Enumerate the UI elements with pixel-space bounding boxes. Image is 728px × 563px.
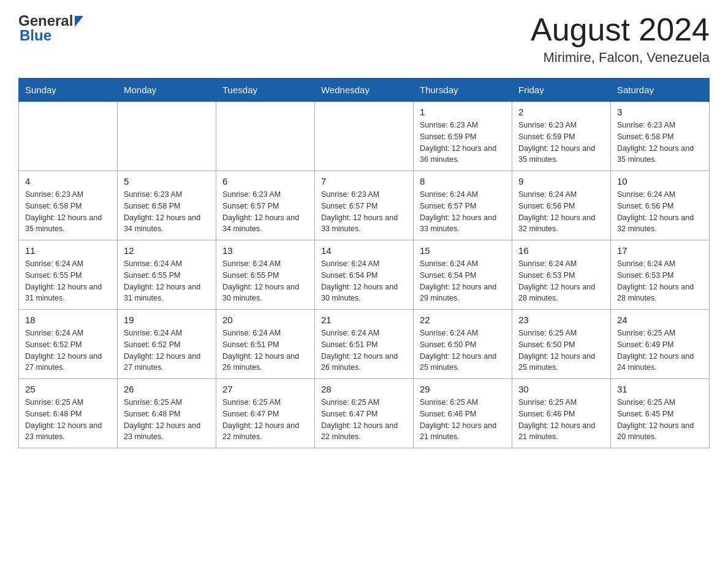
day-number: 29	[420, 384, 506, 394]
day-info: Sunrise: 6:24 AM Sunset: 6:53 PM Dayligh…	[518, 258, 604, 304]
day-info: Sunrise: 6:25 AM Sunset: 6:46 PM Dayligh…	[420, 397, 506, 443]
calendar-cell: 11Sunrise: 6:24 AM Sunset: 6:55 PM Dayli…	[19, 240, 118, 310]
calendar-cell: 19Sunrise: 6:24 AM Sunset: 6:52 PM Dayli…	[118, 310, 216, 379]
day-of-week-header: Monday	[118, 79, 216, 102]
day-number: 23	[518, 315, 604, 325]
day-info: Sunrise: 6:25 AM Sunset: 6:45 PM Dayligh…	[617, 397, 703, 443]
day-number: 7	[321, 176, 407, 186]
day-of-week-header: Wednesday	[315, 79, 414, 102]
day-number: 16	[518, 245, 604, 256]
day-info: Sunrise: 6:23 AM Sunset: 6:58 PM Dayligh…	[25, 189, 111, 235]
day-info: Sunrise: 6:24 AM Sunset: 6:54 PM Dayligh…	[420, 258, 506, 304]
day-number: 3	[617, 107, 703, 117]
title-block: August 2024 Mirimire, Falcon, Venezuela	[531, 12, 710, 66]
day-number: 30	[518, 384, 604, 394]
day-number: 21	[321, 315, 407, 325]
day-info: Sunrise: 6:23 AM Sunset: 6:57 PM Dayligh…	[321, 189, 407, 235]
day-of-week-header: Thursday	[414, 79, 512, 102]
calendar-title: August 2024	[531, 12, 710, 47]
day-info: Sunrise: 6:24 AM Sunset: 6:53 PM Dayligh…	[617, 258, 703, 304]
calendar-cell: 13Sunrise: 6:24 AM Sunset: 6:55 PM Dayli…	[216, 240, 315, 310]
day-number: 6	[222, 176, 308, 186]
day-number: 13	[222, 245, 308, 256]
day-info: Sunrise: 6:24 AM Sunset: 6:56 PM Dayligh…	[518, 189, 604, 235]
day-info: Sunrise: 6:24 AM Sunset: 6:55 PM Dayligh…	[25, 258, 111, 304]
calendar-cell	[216, 102, 315, 171]
calendar-week-row: 18Sunrise: 6:24 AM Sunset: 6:52 PM Dayli…	[19, 310, 710, 379]
calendar-cell	[118, 102, 216, 171]
days-of-week-row: SundayMondayTuesdayWednesdayThursdayFrid…	[19, 79, 710, 102]
calendar-week-row: 1Sunrise: 6:23 AM Sunset: 6:59 PM Daylig…	[19, 102, 710, 171]
calendar-week-row: 11Sunrise: 6:24 AM Sunset: 6:55 PM Dayli…	[19, 240, 710, 310]
calendar-cell: 14Sunrise: 6:24 AM Sunset: 6:54 PM Dayli…	[315, 240, 414, 310]
calendar-cell: 8Sunrise: 6:24 AM Sunset: 6:57 PM Daylig…	[414, 171, 512, 240]
day-info: Sunrise: 6:25 AM Sunset: 6:49 PM Dayligh…	[617, 327, 703, 373]
calendar-header: SundayMondayTuesdayWednesdayThursdayFrid…	[19, 79, 710, 102]
day-info: Sunrise: 6:25 AM Sunset: 6:47 PM Dayligh…	[321, 397, 407, 443]
calendar-cell: 25Sunrise: 6:25 AM Sunset: 6:48 PM Dayli…	[19, 379, 118, 448]
location-subtitle: Mirimire, Falcon, Venezuela	[531, 50, 710, 66]
day-info: Sunrise: 6:23 AM Sunset: 6:58 PM Dayligh…	[124, 189, 210, 235]
calendar-cell: 16Sunrise: 6:24 AM Sunset: 6:53 PM Dayli…	[512, 240, 611, 310]
calendar-week-row: 4Sunrise: 6:23 AM Sunset: 6:58 PM Daylig…	[19, 171, 710, 240]
day-info: Sunrise: 6:25 AM Sunset: 6:48 PM Dayligh…	[124, 397, 210, 443]
day-info: Sunrise: 6:24 AM Sunset: 6:56 PM Dayligh…	[617, 189, 703, 235]
day-info: Sunrise: 6:25 AM Sunset: 6:48 PM Dayligh…	[25, 397, 111, 443]
day-number: 22	[420, 315, 506, 325]
day-number: 17	[617, 245, 703, 256]
logo: General Blue	[18, 12, 83, 44]
day-number: 25	[25, 384, 111, 394]
calendar-cell: 2Sunrise: 6:23 AM Sunset: 6:59 PM Daylig…	[512, 102, 611, 171]
calendar-cell: 17Sunrise: 6:24 AM Sunset: 6:53 PM Dayli…	[611, 240, 710, 310]
day-info: Sunrise: 6:24 AM Sunset: 6:50 PM Dayligh…	[420, 327, 506, 373]
day-of-week-header: Sunday	[19, 79, 118, 102]
day-info: Sunrise: 6:24 AM Sunset: 6:57 PM Dayligh…	[420, 189, 506, 235]
calendar-week-row: 25Sunrise: 6:25 AM Sunset: 6:48 PM Dayli…	[19, 379, 710, 448]
day-info: Sunrise: 6:23 AM Sunset: 6:57 PM Dayligh…	[222, 189, 308, 235]
day-number: 9	[518, 176, 604, 186]
day-number: 31	[617, 384, 703, 394]
calendar-cell: 18Sunrise: 6:24 AM Sunset: 6:52 PM Dayli…	[19, 310, 118, 379]
calendar-cell: 21Sunrise: 6:24 AM Sunset: 6:51 PM Dayli…	[315, 310, 414, 379]
calendar-cell: 4Sunrise: 6:23 AM Sunset: 6:58 PM Daylig…	[19, 171, 118, 240]
day-info: Sunrise: 6:23 AM Sunset: 6:58 PM Dayligh…	[617, 120, 703, 166]
calendar-cell: 27Sunrise: 6:25 AM Sunset: 6:47 PM Dayli…	[216, 379, 315, 448]
day-of-week-header: Friday	[512, 79, 611, 102]
day-info: Sunrise: 6:25 AM Sunset: 6:50 PM Dayligh…	[518, 327, 604, 373]
calendar-cell: 26Sunrise: 6:25 AM Sunset: 6:48 PM Dayli…	[118, 379, 216, 448]
calendar-cell: 31Sunrise: 6:25 AM Sunset: 6:45 PM Dayli…	[611, 379, 710, 448]
calendar-cell	[19, 102, 118, 171]
day-number: 4	[25, 176, 111, 186]
day-number: 27	[222, 384, 308, 394]
calendar-cell: 1Sunrise: 6:23 AM Sunset: 6:59 PM Daylig…	[414, 102, 512, 171]
calendar-cell: 10Sunrise: 6:24 AM Sunset: 6:56 PM Dayli…	[611, 171, 710, 240]
day-number: 26	[124, 384, 210, 394]
day-info: Sunrise: 6:24 AM Sunset: 6:55 PM Dayligh…	[222, 258, 308, 304]
logo-triangle-icon	[75, 16, 83, 27]
calendar-cell	[315, 102, 414, 171]
calendar-cell: 28Sunrise: 6:25 AM Sunset: 6:47 PM Dayli…	[315, 379, 414, 448]
calendar-cell: 12Sunrise: 6:24 AM Sunset: 6:55 PM Dayli…	[118, 240, 216, 310]
logo-blue-text: Blue	[18, 27, 83, 44]
day-info: Sunrise: 6:24 AM Sunset: 6:54 PM Dayligh…	[321, 258, 407, 304]
day-info: Sunrise: 6:23 AM Sunset: 6:59 PM Dayligh…	[518, 120, 604, 166]
calendar-table: SundayMondayTuesdayWednesdayThursdayFrid…	[18, 78, 710, 448]
day-info: Sunrise: 6:24 AM Sunset: 6:51 PM Dayligh…	[222, 327, 308, 373]
day-number: 5	[124, 176, 210, 186]
day-of-week-header: Saturday	[611, 79, 710, 102]
day-number: 12	[124, 245, 210, 256]
day-info: Sunrise: 6:23 AM Sunset: 6:59 PM Dayligh…	[420, 120, 506, 166]
day-number: 2	[518, 107, 604, 117]
day-number: 24	[617, 315, 703, 325]
day-number: 15	[420, 245, 506, 256]
day-number: 11	[25, 245, 111, 256]
day-number: 1	[420, 107, 506, 117]
day-number: 28	[321, 384, 407, 394]
day-number: 14	[321, 245, 407, 256]
day-info: Sunrise: 6:24 AM Sunset: 6:55 PM Dayligh…	[124, 258, 210, 304]
calendar-cell: 5Sunrise: 6:23 AM Sunset: 6:58 PM Daylig…	[118, 171, 216, 240]
calendar-cell: 29Sunrise: 6:25 AM Sunset: 6:46 PM Dayli…	[414, 379, 512, 448]
day-number: 10	[617, 176, 703, 186]
day-number: 8	[420, 176, 506, 186]
calendar-body: 1Sunrise: 6:23 AM Sunset: 6:59 PM Daylig…	[19, 102, 710, 448]
